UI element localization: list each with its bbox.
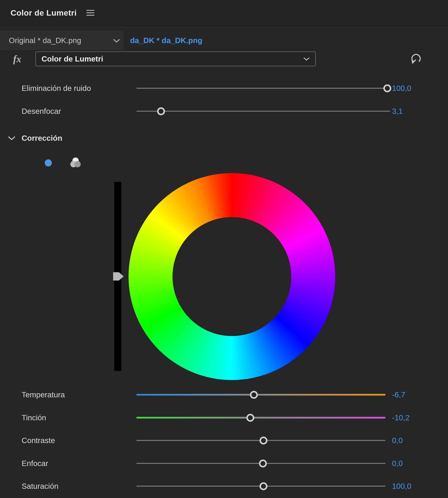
slider-value[interactable]: 100,0 [392, 482, 411, 491]
effect-select-value: Color de Lumetri [42, 54, 103, 63]
slider-row-contrast: Contraste 0,0 [0, 432, 448, 449]
chevron-down-icon[interactable] [8, 136, 16, 140]
basic-mode-dot-icon[interactable] [45, 159, 52, 167]
correction-mode-row [0, 154, 448, 172]
slider-row-temperature: Temperatura -6,7 [0, 386, 448, 403]
slider-label: Enfocar [22, 459, 48, 468]
effect-row: fx Color de Lumetri [0, 52, 448, 66]
section-correction[interactable]: Corrección [0, 130, 448, 147]
slider-value[interactable]: 0,0 [392, 436, 403, 445]
slider-track[interactable] [136, 394, 385, 396]
slider-handle[interactable] [246, 414, 254, 422]
slider-handle[interactable] [259, 436, 267, 444]
slider-handle[interactable] [383, 84, 391, 92]
slider-handle[interactable] [259, 482, 267, 490]
tab-active-label: da_DK * da_DK.png [130, 36, 202, 45]
tab-source-label: Original * da_DK.png [9, 36, 81, 45]
slider-label: Eliminación de ruido [22, 84, 91, 93]
lumetri-color-panel: Color de Lumetri Original * da_DK.png da… [0, 0, 448, 498]
panel-menu-icon[interactable] [86, 10, 94, 16]
hue-color-wheel[interactable] [128, 173, 335, 380]
slider-row-noise-reduction: Eliminación de ruido 100,0 [0, 80, 448, 97]
slider-row-blur: Desenfocar 3,1 [0, 103, 448, 120]
tab-strip: Original * da_DK.png da_DK * da_DK.png [0, 31, 448, 50]
slider-track[interactable] [136, 111, 390, 112]
slider-handle[interactable] [157, 107, 165, 115]
slider-label: Temperatura [22, 390, 65, 399]
slider-handle[interactable] [250, 391, 258, 399]
slider-label: Desenfocar [22, 107, 61, 116]
slider-value[interactable]: -10,2 [392, 413, 409, 422]
section-label: Corrección [22, 134, 62, 143]
slider-value[interactable]: 0,0 [392, 459, 403, 468]
slider-handle[interactable] [259, 459, 267, 467]
slider-label: Contraste [22, 436, 55, 445]
panel-title: Color de Lumetri [11, 8, 77, 17]
slider-track[interactable] [136, 486, 385, 487]
slider-row-sharpen: Enfocar 0,0 [0, 455, 448, 472]
slider-label: Tinción [22, 413, 46, 422]
hue-color-wheel-center [173, 217, 291, 336]
tab-source-clip[interactable]: Original * da_DK.png [0, 31, 124, 50]
chevron-down-icon [113, 39, 120, 43]
luminance-slider-handle[interactable] [113, 272, 124, 280]
slider-track[interactable] [136, 463, 385, 464]
reset-icon [410, 52, 422, 65]
slider-row-tint: Tinción -10,2 [0, 409, 448, 426]
color-wheels-icon[interactable] [69, 156, 82, 170]
slider-value[interactable]: 3,1 [392, 107, 403, 116]
chevron-down-icon [303, 57, 310, 61]
slider-label: Saturación [22, 482, 58, 491]
slider-track[interactable] [136, 417, 385, 419]
slider-value[interactable]: 100,0 [392, 84, 411, 93]
tab-active-clip[interactable]: da_DK * da_DK.png [130, 31, 202, 50]
effect-select[interactable]: Color de Lumetri [35, 52, 316, 66]
slider-value[interactable]: -6,7 [392, 390, 405, 399]
slider-track[interactable] [136, 88, 390, 89]
panel-header: Color de Lumetri [0, 0, 448, 26]
reset-effect-button[interactable] [410, 52, 422, 65]
fx-icon: fx [13, 53, 21, 65]
slider-track[interactable] [136, 440, 385, 441]
slider-row-saturation: Saturación 100,0 [0, 478, 448, 495]
